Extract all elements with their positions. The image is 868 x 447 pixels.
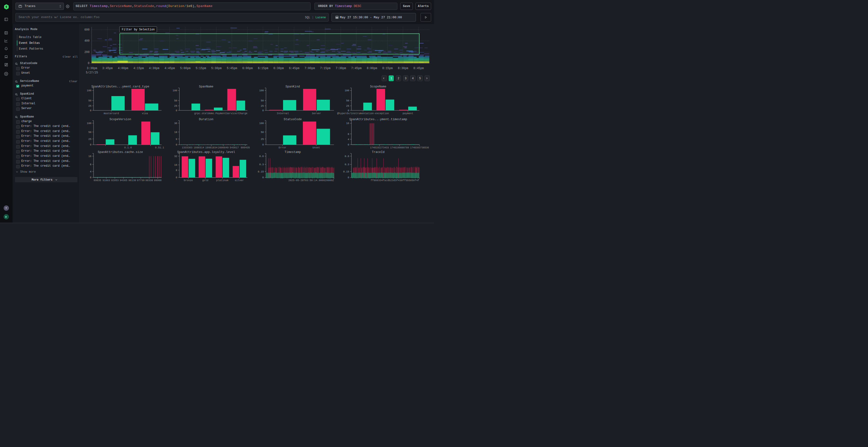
svg-text:0.15: 0.15 xyxy=(258,170,264,173)
svg-text:4: 4 xyxy=(348,138,349,141)
svg-text:1748192273433: 1748192273433 xyxy=(370,146,389,149)
svg-text:bronze: bronze xyxy=(184,179,193,182)
svg-text:Internal: Internal xyxy=(277,112,289,115)
svg-text:ScopeName: ScopeName xyxy=(370,85,386,89)
svg-text:platinum: platinum xyxy=(216,179,228,182)
svg-text:0: 0 xyxy=(262,143,264,146)
svg-text:543017: 543017 xyxy=(230,146,239,149)
svg-text:25: 25 xyxy=(174,105,177,107)
svg-text:0: 0 xyxy=(348,176,349,179)
svg-text:Timestamp: Timestamp xyxy=(284,150,301,154)
svg-text:0: 0 xyxy=(176,176,177,179)
svg-text:ScopeVersion: ScopeVersion xyxy=(110,118,131,121)
svg-text:50: 50 xyxy=(346,99,349,102)
svg-text:0: 0 xyxy=(176,109,177,112)
svg-text:Error: Error xyxy=(279,146,286,149)
svg-text:0.3: 0.3 xyxy=(345,163,349,166)
svg-text:0: 0 xyxy=(348,143,349,146)
svg-text:18: 18 xyxy=(174,131,177,134)
svg-text:gold: gold xyxy=(202,179,208,182)
svg-text:16: 16 xyxy=(88,155,91,158)
svg-text:50: 50 xyxy=(88,99,91,102)
svg-text:50: 50 xyxy=(88,131,91,134)
svg-text:visa: visa xyxy=(142,112,148,115)
svg-text:100: 100 xyxy=(259,122,264,125)
svg-text:9: 9 xyxy=(176,138,177,141)
svg-text:2025-05-28T03:59:14.900820000Z: 2025-05-28T03:59:14.900820000Z xyxy=(288,179,334,182)
svg-text:25: 25 xyxy=(346,105,349,107)
svg-text:0.1.0: 0.1.0 xyxy=(124,146,132,149)
svg-text:0: 0 xyxy=(176,143,177,146)
svg-text:1748199880789: 1748199880789 xyxy=(390,146,409,149)
svg-text:0.6: 0.6 xyxy=(345,155,349,158)
svg-text:36: 36 xyxy=(174,122,177,125)
svg-text:50: 50 xyxy=(261,99,264,102)
svg-text:SpanName: SpanName xyxy=(199,85,213,89)
svg-text:25: 25 xyxy=(261,138,264,141)
svg-text:96139: 96139 xyxy=(128,179,136,182)
svg-text:99900: 99900 xyxy=(154,179,162,182)
svg-text:Server: Server xyxy=(312,112,321,115)
svg-text:grpc.oteldemo.PaymentService/C: grpc.oteldemo.PaymentService/Charge xyxy=(194,112,247,115)
svg-text:8: 8 xyxy=(176,169,177,172)
svg-text:999435: 999435 xyxy=(241,146,250,149)
svg-text:mastercard: mastercard xyxy=(104,112,119,115)
svg-text:TraceId: TraceId xyxy=(372,150,384,154)
svg-text:0.3: 0.3 xyxy=(259,163,264,166)
svg-text:0: 0 xyxy=(262,109,264,112)
svg-text:SpanAttributes.cache.size: SpanAttributes.cache.size xyxy=(98,150,143,154)
svg-text:8: 8 xyxy=(348,133,349,136)
svg-text:92953: 92953 xyxy=(111,179,119,182)
svg-text:97730: 97730 xyxy=(137,179,145,182)
svg-text:94365: 94365 xyxy=(120,179,128,182)
svg-text:32: 32 xyxy=(174,155,177,158)
svg-text:ff860334facdb23d3f430ff5b5050f: ff860334facdb23d3f430ff5b5050f4f xyxy=(371,179,419,182)
svg-text:0: 0 xyxy=(90,143,91,146)
svg-text:payment: payment xyxy=(403,112,413,115)
svg-text:100: 100 xyxy=(259,89,264,92)
svg-text:SpanAttributes...yment.timesta: SpanAttributes...yment.timestamp xyxy=(349,118,407,121)
svg-text:0.15: 0.15 xyxy=(343,170,349,173)
svg-text:0: 0 xyxy=(90,109,91,112)
svg-text:0: 0 xyxy=(90,176,91,179)
svg-text:98338: 98338 xyxy=(145,179,153,182)
svg-text:4: 4 xyxy=(90,170,91,173)
svg-text:16: 16 xyxy=(174,164,177,166)
svg-text:16: 16 xyxy=(346,122,349,125)
svg-text:StatusCode: StatusCode xyxy=(284,118,302,121)
svg-text:0.6: 0.6 xyxy=(259,155,264,158)
svg-text:19961834: 19961834 xyxy=(205,146,217,149)
svg-text:100: 100 xyxy=(345,89,349,92)
svg-text:SpanKind: SpanKind xyxy=(285,85,300,89)
svg-text:SpanAttributes.app.loyalty.lev: SpanAttributes.app.loyalty.level xyxy=(177,150,235,154)
svg-text:100: 100 xyxy=(87,122,91,125)
svg-text:@hyperdx/instrumentation-excep: @hyperdx/instrumentation-exception xyxy=(337,112,389,115)
svg-text:50: 50 xyxy=(174,99,177,102)
svg-text:Unset: Unset xyxy=(312,146,320,149)
svg-text:1333363: 1333363 xyxy=(182,146,192,149)
svg-text:100: 100 xyxy=(173,89,177,92)
svg-text:91063: 91063 xyxy=(102,179,110,182)
svg-text:0.51.1: 0.51.1 xyxy=(155,146,164,149)
svg-text:25: 25 xyxy=(88,105,91,107)
svg-text:25: 25 xyxy=(261,105,264,107)
svg-text:1698314: 1698314 xyxy=(194,146,204,149)
svg-text:100: 100 xyxy=(87,89,91,92)
svg-text:25: 25 xyxy=(88,138,91,141)
svg-text:silver: silver xyxy=(235,179,244,182)
svg-text:0: 0 xyxy=(348,109,349,112)
svg-text:2600849: 2600849 xyxy=(218,146,228,149)
svg-text:50: 50 xyxy=(261,131,264,134)
svg-text:89835: 89835 xyxy=(94,179,101,182)
svg-text:8: 8 xyxy=(90,163,91,166)
svg-text:SpanAttributes...yment.card_ty: SpanAttributes...yment.card_type xyxy=(91,85,149,89)
svg-text:0: 0 xyxy=(262,176,264,179)
svg-text:Duration: Duration xyxy=(199,118,213,121)
svg-text:1748393738536: 1748393738536 xyxy=(410,146,429,149)
